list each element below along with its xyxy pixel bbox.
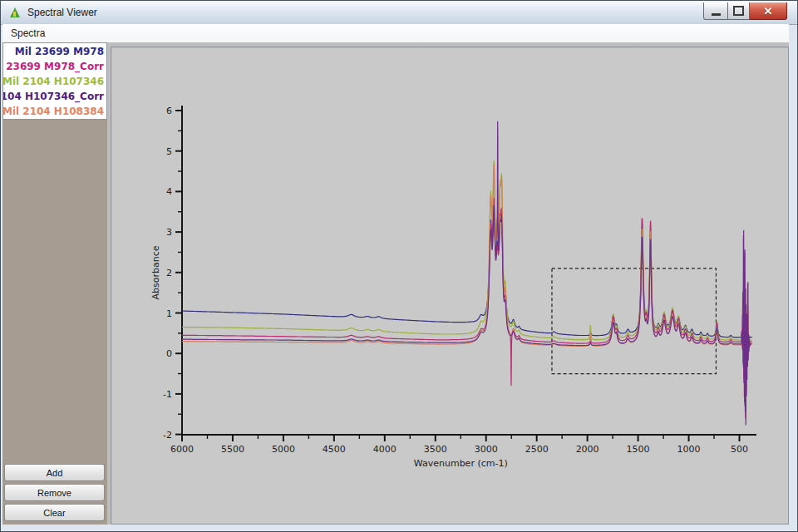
y-tick-label: 2 (166, 268, 172, 278)
y-tick-label: -2 (163, 430, 172, 441)
y-tick-label: 3 (166, 227, 172, 238)
x-tick-label: 4500 (323, 444, 346, 455)
x-tick-label: 3000 (475, 444, 498, 455)
list-item[interactable]: Mil 23699 M978 (3, 44, 106, 59)
series-4 (182, 165, 752, 387)
list-item[interactable]: Mil 2104 H108384 (3, 104, 106, 119)
y-tick-label: 1 (166, 308, 172, 319)
window-controls: ✕ (703, 2, 787, 20)
series-3 (182, 198, 752, 417)
series-5 (182, 121, 752, 425)
app-icon (10, 7, 20, 17)
sidebar: Mil 23699 M978 Mil 23699 M978_Corr Mil 2… (2, 42, 107, 525)
minimize-icon (712, 13, 721, 16)
chart-panel: 6000550050004500400035003000250020001500… (111, 47, 789, 525)
minimize-button[interactable] (703, 2, 727, 20)
main-content: Mil 23699 M978 Mil 23699 M978_Corr Mil 2… (2, 42, 789, 525)
spectra-listbox[interactable]: Mil 23699 M978 Mil 23699 M978_Corr Mil 2… (2, 42, 107, 120)
maximize-icon (733, 6, 744, 16)
x-tick-label: 500 (731, 444, 748, 455)
y-tick-label: -1 (163, 389, 172, 400)
list-item[interactable]: Mil 2104 H107346_Corr (3, 89, 106, 104)
selection-box (552, 268, 716, 374)
x-tick-label: 3500 (424, 444, 447, 455)
maximize-button[interactable] (727, 2, 750, 20)
x-tick-label: 2500 (525, 444, 549, 455)
x-tick-label: 5500 (221, 444, 244, 455)
y-tick-label: 5 (166, 146, 172, 157)
close-icon: ✕ (764, 5, 773, 17)
y-tick-label: 6 (166, 106, 172, 116)
x-tick-label: 6000 (170, 444, 194, 455)
clear-button[interactable]: Clear (4, 504, 105, 521)
y-tick-label: 4 (166, 186, 172, 197)
window-title: Spectral Viewer (27, 7, 97, 18)
remove-button[interactable]: Remove (4, 484, 105, 501)
spectra-plot[interactable]: 6000550050004500400035003000250020001500… (111, 47, 788, 524)
x-tick-label: 1000 (677, 444, 701, 455)
x-tick-label: 2000 (576, 444, 599, 455)
sidebar-buttons: Add Remove Clear (2, 464, 107, 524)
x-tick-label: 1500 (627, 444, 650, 455)
app-window: Spectral Viewer ✕ Spectra Mil 23699 M978… (0, 0, 798, 532)
close-button[interactable]: ✕ (750, 2, 787, 20)
menu-bar: Spectra (2, 24, 789, 42)
title-bar[interactable]: Spectral Viewer ✕ (1, 1, 797, 25)
y-axis-title: Absorbance (150, 245, 161, 299)
menu-item-spectra[interactable]: Spectra (2, 24, 53, 42)
x-tick-label: 4000 (373, 444, 397, 455)
list-item[interactable]: Mil 2104 H107346 (3, 74, 106, 89)
x-axis-title: Wavenumber (cm-1) (414, 458, 508, 469)
add-button[interactable]: Add (4, 464, 105, 481)
y-tick-label: 0 (166, 348, 172, 359)
list-item[interactable]: Mil 23699 M978_Corr (3, 59, 106, 74)
x-tick-label: 5000 (272, 444, 295, 455)
